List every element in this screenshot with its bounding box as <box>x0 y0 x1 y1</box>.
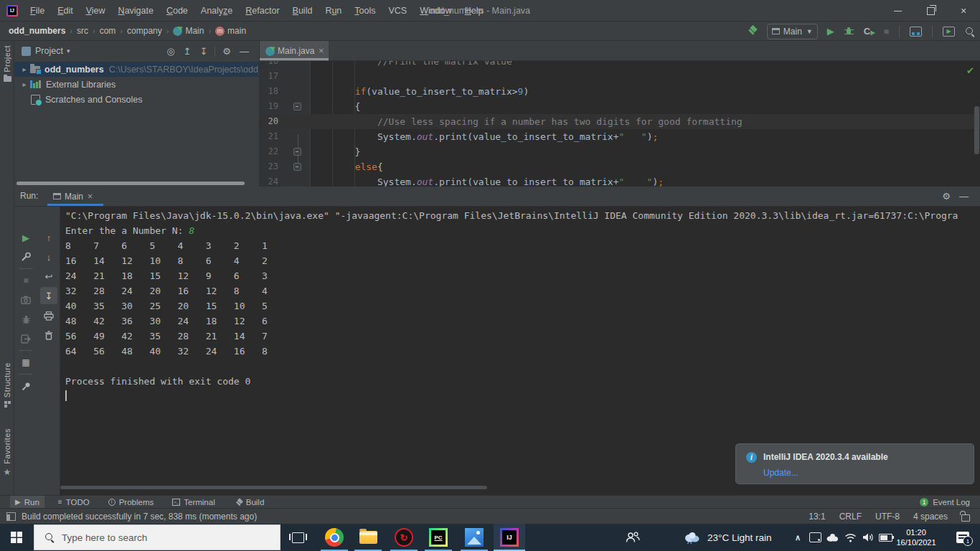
tree-row-scratches[interactable]: Scratches and Consoles <box>14 92 259 107</box>
run-configuration-select[interactable]: Main ▼ <box>767 24 818 39</box>
status-message[interactable]: Build completed successfully in 7 sec, 8… <box>22 512 257 522</box>
code-line-21[interactable]: 21 System.out.print(value_to_insert_to_m… <box>260 129 980 144</box>
scroll-up-button[interactable]: ↑ <box>37 230 60 245</box>
line-ending-widget[interactable]: CRLF <box>839 512 862 522</box>
close-tab-icon[interactable]: × <box>319 46 324 56</box>
taskbar-photos[interactable] <box>458 524 490 551</box>
hide-panel-button[interactable]: — <box>240 46 249 57</box>
menu-vcs[interactable]: VCS <box>382 0 414 22</box>
action-center-button[interactable]: 1 <box>948 524 977 551</box>
coverage-button[interactable]: C <box>864 27 874 37</box>
toolwindow-problems[interactable]: ! Problems <box>103 496 159 509</box>
build-project-button[interactable] <box>747 26 758 37</box>
code-editor[interactable]: 16 //Print the matrix value1718 if(value… <box>260 61 980 187</box>
project-horizontal-scrollbar[interactable] <box>17 182 245 185</box>
print-button[interactable] <box>37 308 60 324</box>
restore-button[interactable] <box>914 0 947 22</box>
taskbar-search-input[interactable]: Type here to search <box>34 524 281 550</box>
menu-code[interactable]: Code <box>160 0 194 22</box>
code-line-20[interactable]: 20 //Use less spacing if a number has tw… <box>260 114 980 129</box>
indent-widget[interactable]: 4 spaces <box>913 512 948 522</box>
update-notification-balloon[interactable]: i IntelliJ IDEA 2020.3.4 available Updat… <box>735 443 974 484</box>
project-panel-title[interactable]: Project <box>35 46 63 56</box>
code-line-17[interactable]: 17 <box>260 69 980 84</box>
breadcrumb-main-class[interactable]: Main <box>185 26 204 36</box>
taskbar-file-explorer[interactable] <box>352 524 384 551</box>
caret-position-widget[interactable]: 13:1 <box>809 512 825 522</box>
code-line-19[interactable]: 19 { <box>260 99 980 114</box>
close-button[interactable]: × <box>947 0 980 22</box>
clock-widget[interactable]: 01:20 16/10/2021 <box>890 524 943 551</box>
tray-expand-button[interactable]: ∧ <box>789 524 806 551</box>
toolwindow-terminal[interactable]: >_ Terminal <box>167 496 220 509</box>
task-view-button[interactable] <box>288 524 308 551</box>
inspections-ok-icon[interactable]: ✔ <box>966 65 974 76</box>
console-horizontal-scrollbar[interactable] <box>60 486 487 489</box>
menu-file[interactable]: File <box>24 0 51 22</box>
stop-process-button[interactable]: ■ <box>14 273 37 288</box>
menu-tools[interactable]: Tools <box>348 0 382 22</box>
tree-row-project-root[interactable]: ▸ odd_numbers C:\Users\STARBOY\IdeaProje… <box>14 62 259 77</box>
menu-run[interactable]: Run <box>319 0 348 22</box>
run-anything-button[interactable]: ▶ <box>943 27 955 37</box>
edit-configuration-button[interactable] <box>14 249 37 265</box>
scroll-to-end-button[interactable]: ↧ <box>37 288 60 303</box>
clear-all-button[interactable] <box>37 327 60 343</box>
debug-button[interactable] <box>844 27 854 36</box>
locate-file-button[interactable]: ◎ <box>166 46 174 57</box>
taskbar-pycharm[interactable] <box>423 524 454 551</box>
expand-all-button[interactable]: ↥ <box>184 46 192 57</box>
restart-debug-button[interactable] <box>14 311 37 327</box>
code-line-18[interactable]: 18 if(value_to_insert_to_matrix>9) <box>260 84 980 99</box>
run-tab-main[interactable]: Main × <box>47 187 98 206</box>
menu-refactor[interactable]: Refactor <box>239 0 286 22</box>
taskbar-chrome[interactable] <box>319 524 350 551</box>
menu-navigate[interactable]: Navigate <box>112 0 160 22</box>
tree-row-external-libraries[interactable]: ▸ External Libraries <box>14 77 259 92</box>
chevron-right-icon[interactable]: ▸ <box>20 65 29 73</box>
search-everywhere-button[interactable] <box>965 27 975 37</box>
soft-wrap-button[interactable]: ↩ <box>37 268 60 284</box>
breadcrumb-project[interactable]: odd_numbers <box>9 26 65 36</box>
collapse-all-button[interactable]: ↧ <box>199 46 207 57</box>
editor-vertical-scrollbar[interactable] <box>974 106 979 154</box>
start-button[interactable] <box>0 524 33 551</box>
volume-button[interactable] <box>859 524 877 551</box>
hide-panel-button[interactable]: — <box>959 191 969 202</box>
thread-dump-button[interactable] <box>14 292 37 308</box>
toolwindow-todo[interactable]: ≡ TODO <box>53 496 95 509</box>
menu-edit[interactable]: Edit <box>51 0 80 22</box>
minimize-button[interactable] <box>881 0 914 22</box>
code-line-24[interactable]: 24 System.out.print(value_to_insert_to_m… <box>260 174 980 187</box>
wifi-button[interactable] <box>842 524 859 551</box>
fold-marker-icon[interactable] <box>293 103 301 110</box>
code-line-16[interactable]: 16 //Print the matrix value <box>260 61 980 69</box>
scroll-down-button[interactable]: ↓ <box>37 249 60 265</box>
fold-marker-icon[interactable] <box>293 148 301 156</box>
run-button[interactable]: ▶ <box>827 27 834 36</box>
encoding-widget[interactable]: UTF-8 <box>875 512 900 522</box>
event-log-button[interactable]: 1 Event Log <box>920 498 970 507</box>
menu-build[interactable]: Build <box>286 0 319 22</box>
close-tab-icon[interactable]: × <box>88 192 93 202</box>
restore-layout-button[interactable]: ▦ <box>14 354 37 370</box>
stripe-tab-favorites[interactable]: Favorites ★ <box>0 428 14 477</box>
taskbar-security-app[interactable] <box>388 524 420 551</box>
taskbar-intellij[interactable] <box>494 524 525 551</box>
toolwindow-build[interactable]: Build <box>229 496 270 509</box>
code-line-23[interactable]: 23 else{ <box>260 159 980 174</box>
screen-share-button[interactable] <box>910 27 922 37</box>
tablet-mode-button[interactable] <box>806 524 824 551</box>
toolwindow-run[interactable]: ▶ Run <box>10 496 44 509</box>
exit-button[interactable] <box>14 331 37 347</box>
people-button[interactable] <box>618 524 647 551</box>
stop-button[interactable]: ■ <box>884 27 889 36</box>
weather-widget[interactable]: 23°C Light rain <box>683 524 771 551</box>
breadcrumb-src[interactable]: src <box>77 26 88 36</box>
stripe-tab-structure[interactable]: Structure <box>0 362 14 408</box>
menu-view[interactable]: View <box>80 0 112 22</box>
settings-gear-button[interactable]: ⚙ <box>222 46 231 57</box>
rerun-button[interactable]: ▶ <box>14 230 37 245</box>
fold-marker-icon[interactable] <box>293 163 301 171</box>
code-line-22[interactable]: 22 } <box>260 144 980 159</box>
